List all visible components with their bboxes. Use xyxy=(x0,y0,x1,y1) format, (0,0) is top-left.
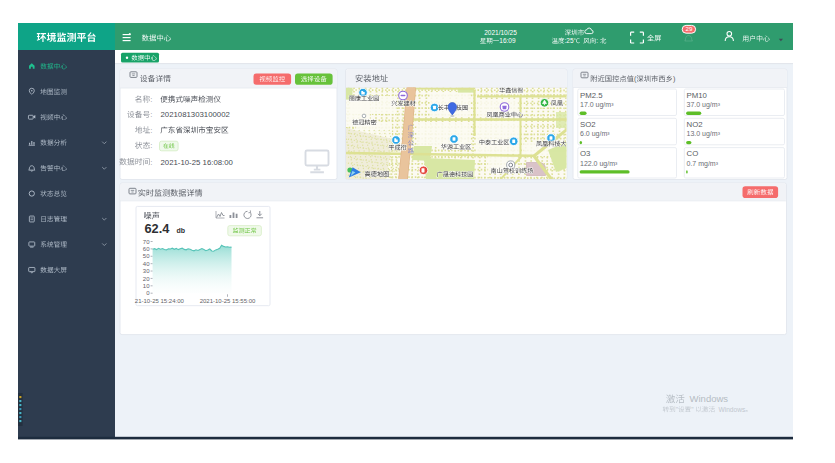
svg-text::: : xyxy=(150,158,152,167)
svg-text::: : xyxy=(150,110,152,119)
svg-text:O3: O3 xyxy=(580,149,590,158)
svg-text:50: 50 xyxy=(143,253,150,259)
svg-text:2021/10/25: 2021/10/25 xyxy=(484,29,517,36)
svg-text:13.0 ug/m³: 13.0 ug/m³ xyxy=(687,130,721,138)
svg-text:): ) xyxy=(673,74,675,83)
svg-text:SO2: SO2 xyxy=(580,120,596,129)
svg-text:62.4: 62.4 xyxy=(145,221,171,236)
svg-text::: : xyxy=(150,126,152,135)
svg-text:2021081303100002: 2021081303100002 xyxy=(161,110,230,119)
svg-text:0.7 mg/m³: 0.7 mg/m³ xyxy=(687,160,719,168)
svg-text:20: 20 xyxy=(143,276,150,282)
svg-text:60: 60 xyxy=(143,246,150,252)
svg-text:6.0 ug/m³: 6.0 ug/m³ xyxy=(580,130,610,138)
svg-text:PM2.5: PM2.5 xyxy=(580,91,603,100)
svg-text:NO2: NO2 xyxy=(687,120,703,129)
svg-text:Windows: Windows xyxy=(719,406,746,413)
svg-text:17.0 ug/m³: 17.0 ug/m³ xyxy=(580,101,614,109)
svg-text:37.0 ug/m³: 37.0 ug/m³ xyxy=(687,101,721,109)
svg-text:30: 30 xyxy=(143,268,150,274)
svg-text:29: 29 xyxy=(685,25,692,32)
svg-text:122.0 ug/m³: 122.0 ug/m³ xyxy=(580,160,618,168)
svg-text:db: db xyxy=(177,227,186,234)
svg-text::: : xyxy=(150,95,152,104)
svg-text:10: 10 xyxy=(143,283,150,289)
svg-text:40: 40 xyxy=(143,261,150,267)
svg-text::25: :25 xyxy=(565,37,574,44)
svg-text:CO: CO xyxy=(687,149,699,158)
svg-text::: : xyxy=(150,141,152,150)
svg-text:21-10-25 15:24:00: 21-10-25 15:24:00 xyxy=(135,298,185,304)
svg-text::: : xyxy=(596,37,598,44)
svg-text:70: 70 xyxy=(143,239,150,245)
svg-text:Windows: Windows xyxy=(690,393,729,404)
svg-text:2021-10-25 16:08:00: 2021-10-25 16:08:00 xyxy=(161,158,234,167)
svg-text:PM10: PM10 xyxy=(687,91,708,100)
svg-text:2021-10-25 15:55:00: 2021-10-25 15:55:00 xyxy=(200,298,256,304)
svg-text:16:09: 16:09 xyxy=(499,37,516,44)
